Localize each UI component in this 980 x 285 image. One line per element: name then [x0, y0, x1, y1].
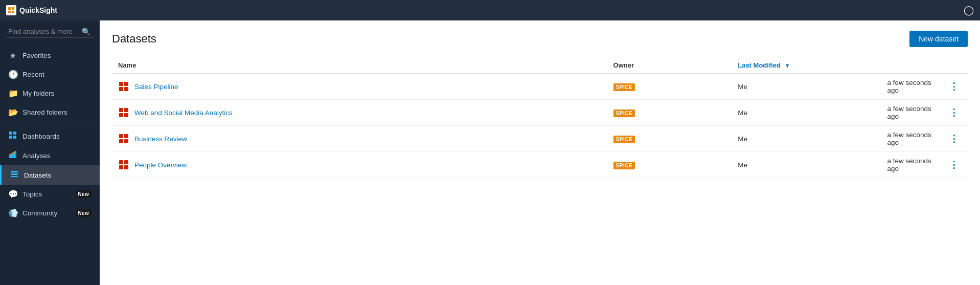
- analyses-icon: [8, 150, 17, 161]
- spice-cell: SPICE: [607, 126, 732, 152]
- sidebar-item-label: Analyses: [22, 152, 92, 160]
- svg-rect-9: [11, 154, 13, 158]
- sidebar-item-label: My folders: [22, 90, 92, 97]
- nav-left: QuickSight: [6, 5, 57, 15]
- dataset-name-link[interactable]: Web and Social Media Analytics: [134, 109, 233, 117]
- spice-cell: SPICE: [607, 152, 732, 178]
- row-actions-button[interactable]: ⋮: [946, 107, 962, 118]
- svg-rect-0: [8, 7, 11, 10]
- owner-cell: Me: [732, 152, 881, 178]
- search-input[interactable]: [6, 26, 94, 38]
- table-row: Sales Pipeline SPICE Me a few seconds ag…: [112, 74, 968, 100]
- svg-rect-14: [11, 173, 18, 175]
- svg-rect-23: [124, 113, 128, 117]
- sidebar-item-datasets[interactable]: Datasets: [0, 165, 100, 185]
- dataset-row-icon: [118, 133, 129, 144]
- nav-right: ◯: [964, 5, 974, 16]
- actions-cell: ⋮: [940, 152, 968, 178]
- svg-rect-4: [9, 131, 12, 135]
- sidebar-item-recent[interactable]: 🕐 Recent: [0, 65, 100, 84]
- table-header-row: Name Owner Last Modified ▼: [112, 57, 968, 74]
- svg-rect-13: [11, 171, 18, 172]
- svg-rect-7: [13, 136, 16, 139]
- svg-rect-22: [119, 113, 123, 117]
- svg-rect-26: [119, 139, 123, 143]
- svg-rect-30: [119, 165, 123, 169]
- table-header: Name Owner Last Modified ▼: [112, 57, 968, 74]
- dashboard-icon: [8, 131, 17, 141]
- svg-rect-31: [124, 165, 128, 169]
- svg-rect-17: [124, 82, 128, 86]
- table-row: Business Review SPICE Me a few seconds a…: [112, 126, 968, 152]
- spice-badge: SPICE: [613, 83, 635, 91]
- owner-cell: Me: [732, 100, 881, 126]
- community-icon: 💨: [8, 208, 17, 218]
- page-title: Datasets: [112, 32, 156, 46]
- main-content: Datasets New dataset Name Owner Last Mod…: [100, 20, 980, 285]
- user-icon[interactable]: ◯: [964, 5, 974, 16]
- row-actions-button[interactable]: ⋮: [946, 133, 962, 144]
- star-icon: ★: [8, 51, 17, 60]
- owner-cell: Me: [732, 74, 881, 100]
- svg-rect-2: [8, 11, 11, 13]
- spice-badge: SPICE: [613, 162, 635, 169]
- spice-badge: SPICE: [613, 109, 635, 117]
- sidebar-item-label: Datasets: [24, 171, 92, 179]
- name-cell: Web and Social Media Analytics: [112, 100, 607, 126]
- folder-icon: 📁: [8, 89, 17, 98]
- community-new-badge: New: [76, 209, 92, 217]
- svg-rect-20: [119, 108, 123, 112]
- sidebar-item-community[interactable]: 💨 Community New: [0, 204, 100, 223]
- svg-rect-5: [13, 131, 16, 135]
- name-cell: Sales Pipeline: [112, 74, 607, 100]
- dataset-name-link[interactable]: People Overview: [134, 161, 187, 169]
- sidebar-item-dashboards[interactable]: Dashboards: [0, 126, 100, 146]
- column-header-owner: Owner: [607, 57, 732, 74]
- svg-rect-11: [15, 151, 16, 158]
- svg-rect-29: [124, 160, 128, 164]
- new-dataset-button[interactable]: New dataset: [909, 31, 968, 47]
- column-header-last-modified[interactable]: Last Modified ▼: [732, 57, 881, 74]
- row-actions-button[interactable]: ⋮: [946, 81, 962, 92]
- sidebar-item-label: Dashboards: [22, 133, 92, 140]
- sidebar-nav: ★ Favorites 🕐 Recent 📁 My folders 📂 Shar…: [0, 43, 100, 285]
- sidebar-item-my-folders[interactable]: 📁 My folders: [0, 84, 100, 103]
- modified-cell: a few seconds ago: [881, 126, 940, 152]
- modified-cell: a few seconds ago: [881, 152, 940, 178]
- name-cell: Business Review: [112, 126, 607, 152]
- svg-rect-15: [11, 176, 18, 177]
- datasets-icon: [10, 170, 19, 180]
- sidebar-item-topics[interactable]: 💬 Topics New: [0, 185, 100, 204]
- dataset-name-link[interactable]: Sales Pipeline: [134, 83, 178, 91]
- svg-rect-1: [12, 7, 14, 10]
- content-header: Datasets New dataset: [112, 31, 968, 47]
- sidebar-search-container: 🔍: [0, 20, 100, 43]
- dataset-name-link[interactable]: Business Review: [134, 135, 187, 143]
- svg-rect-16: [119, 82, 123, 86]
- sort-arrow-icon: ▼: [785, 62, 790, 69]
- actions-cell: ⋮: [940, 74, 968, 100]
- svg-rect-18: [119, 87, 123, 91]
- sidebar-item-favorites[interactable]: ★ Favorites: [0, 46, 100, 65]
- dataset-row-icon: [118, 159, 129, 170]
- table-row: People Overview SPICE Me a few seconds a…: [112, 152, 968, 178]
- spice-badge: SPICE: [613, 136, 635, 143]
- svg-rect-24: [119, 134, 123, 138]
- svg-rect-19: [124, 87, 128, 91]
- clock-icon: 🕐: [8, 70, 17, 79]
- spice-cell: SPICE: [607, 74, 732, 100]
- svg-rect-21: [124, 108, 128, 112]
- column-header-name: Name: [112, 57, 607, 74]
- table-row: Web and Social Media Analytics SPICE Me …: [112, 100, 968, 126]
- sidebar-item-analyses[interactable]: Analyses: [0, 146, 100, 165]
- top-navigation: QuickSight ◯: [0, 0, 980, 20]
- search-icon: 🔍: [82, 28, 90, 36]
- owner-cell: Me: [732, 126, 881, 152]
- row-actions-button[interactable]: ⋮: [946, 159, 962, 170]
- dataset-row-icon: [118, 107, 129, 118]
- column-header-actions: [881, 57, 940, 74]
- spice-cell: SPICE: [607, 100, 732, 126]
- main-layout: 🔍 ★ Favorites 🕐 Recent 📁 My folders 📂 Sh…: [0, 20, 980, 285]
- sidebar-item-shared-folders[interactable]: 📂 Shared folders: [0, 103, 100, 122]
- svg-rect-28: [119, 160, 123, 164]
